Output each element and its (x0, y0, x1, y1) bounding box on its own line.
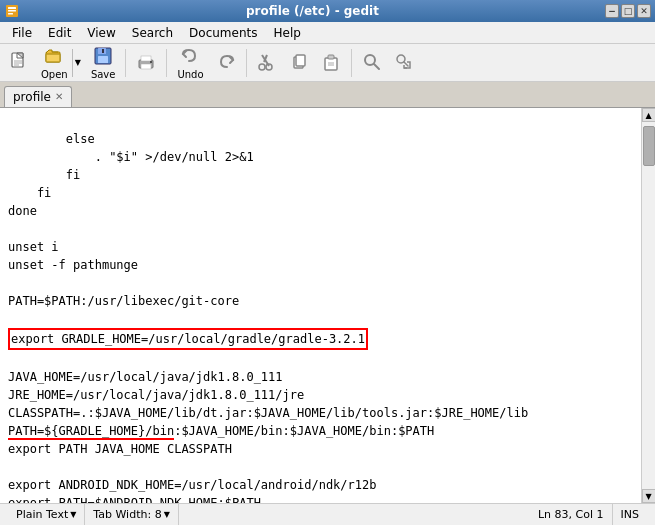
tab-width-label: Tab Width: 8 (93, 508, 161, 521)
scroll-down-button[interactable]: ▼ (642, 489, 656, 503)
undo-button[interactable]: Undo (172, 47, 208, 79)
replace-icon (394, 52, 414, 74)
toolbar: Open ▼ Save (0, 44, 655, 82)
status-bar: Plain Text ▼ Tab Width: 8 ▼ Ln 83, Col 1… (0, 503, 655, 525)
cut-icon (257, 52, 277, 74)
language-label: Plain Text (16, 508, 68, 521)
separator-4 (351, 49, 352, 77)
save-icon (93, 46, 113, 68)
open-button[interactable]: Open (37, 44, 72, 82)
tab-profile[interactable]: profile ✕ (4, 86, 72, 107)
tab-width-dropdown-arrow: ▼ (164, 510, 170, 519)
svg-rect-1 (8, 7, 16, 9)
svg-rect-27 (325, 58, 337, 70)
redo-button[interactable] (211, 47, 241, 79)
open-icon (44, 46, 64, 68)
cut-button[interactable] (252, 47, 282, 79)
window-controls[interactable]: − □ ✕ (605, 4, 651, 18)
editor-content[interactable]: else . "$i" >/dev/null 2>&1 fi fi done u… (0, 108, 641, 503)
undo-icon (180, 46, 200, 68)
tab-label: profile (13, 90, 51, 104)
title-bar: profile (/etc) - gedit − □ ✕ (0, 0, 655, 22)
svg-rect-19 (141, 56, 151, 61)
svg-rect-26 (296, 55, 305, 66)
menu-file[interactable]: File (4, 24, 40, 42)
separator-2 (166, 49, 167, 77)
paste-button[interactable] (316, 47, 346, 79)
svg-point-23 (259, 64, 265, 70)
paste-icon (321, 52, 341, 74)
open-dropdown-arrow[interactable]: ▼ (72, 49, 83, 77)
redo-icon (216, 52, 236, 74)
svg-rect-2 (8, 10, 16, 12)
menu-search[interactable]: Search (124, 24, 181, 42)
cursor-position: Ln 83, Col 1 (530, 504, 613, 525)
new-button[interactable] (4, 47, 34, 79)
svg-rect-28 (328, 55, 334, 59)
language-dropdown-arrow: ▼ (70, 510, 76, 519)
menu-view[interactable]: View (79, 24, 123, 42)
vertical-scrollbar[interactable]: ▲ ▼ (641, 108, 655, 503)
svg-line-32 (374, 64, 379, 69)
copy-icon (289, 52, 309, 74)
tab-close-button[interactable]: ✕ (55, 92, 63, 102)
replace-button[interactable] (389, 47, 419, 79)
svg-rect-3 (8, 13, 13, 15)
menu-help[interactable]: Help (265, 24, 308, 42)
svg-rect-12 (46, 54, 60, 62)
open-button-group[interactable]: Open ▼ (36, 43, 84, 83)
svg-rect-16 (102, 49, 104, 53)
menu-bar: File Edit View Search Documents Help (0, 22, 655, 44)
find-button[interactable] (357, 47, 387, 79)
print-button[interactable] (131, 47, 161, 79)
new-icon (9, 51, 29, 74)
copy-button[interactable] (284, 47, 314, 79)
maximize-button[interactable]: □ (621, 4, 635, 18)
open-label: Open (41, 69, 68, 80)
editor-container: else . "$i" >/dev/null 2>&1 fi fi done u… (0, 108, 655, 503)
mode-label: INS (621, 508, 639, 521)
separator-3 (246, 49, 247, 77)
tab-bar: profile ✕ (0, 82, 655, 108)
window-title: profile (/etc) - gedit (20, 0, 605, 22)
insert-mode: INS (613, 504, 647, 525)
scroll-thumb[interactable] (643, 126, 655, 166)
print-icon (136, 52, 156, 74)
save-label: Save (91, 69, 116, 80)
app-icon (4, 3, 20, 19)
position-label: Ln 83, Col 1 (538, 508, 604, 521)
undo-label: Undo (177, 69, 203, 80)
svg-rect-18 (141, 64, 151, 69)
language-selector[interactable]: Plain Text ▼ (8, 504, 85, 525)
svg-point-20 (150, 61, 152, 63)
close-button[interactable]: ✕ (637, 4, 651, 18)
minimize-button[interactable]: − (605, 4, 619, 18)
menu-documents[interactable]: Documents (181, 24, 265, 42)
menu-edit[interactable]: Edit (40, 24, 79, 42)
svg-rect-15 (98, 56, 108, 63)
tab-width-selector[interactable]: Tab Width: 8 ▼ (85, 504, 178, 525)
scroll-up-button[interactable]: ▲ (642, 108, 656, 122)
separator-1 (125, 49, 126, 77)
save-button[interactable]: Save (86, 47, 121, 79)
find-icon (362, 52, 382, 74)
